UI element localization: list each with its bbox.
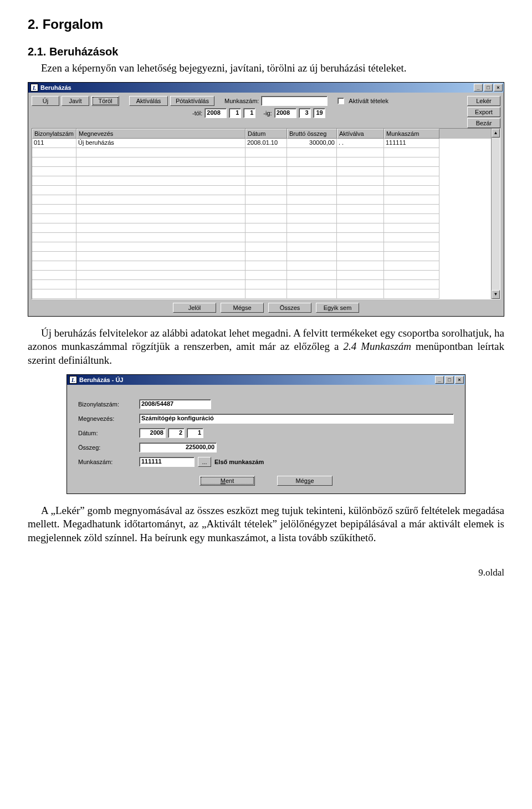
from-day-input[interactable]: 1: [243, 108, 255, 118]
window-beruhazas: L Beruházás _ □ × Új Javít Töröl Aktívál…: [28, 82, 504, 317]
table-row[interactable]: [32, 271, 491, 280]
table-row[interactable]: [32, 214, 491, 223]
cell-mun: 111111: [384, 139, 439, 148]
cancel-button[interactable]: Mégse: [277, 476, 332, 486]
bizonylatszam-input[interactable]: 2008/54487: [139, 399, 211, 409]
to-month-input[interactable]: 3: [299, 108, 311, 118]
to-year-input[interactable]: 2008: [274, 108, 296, 118]
table-row[interactable]: 011 Új beruházás 2008.01.10 30000,00 . .…: [32, 139, 491, 148]
final-paragraph: A „Lekér” gomb megnyomásával az összes e…: [28, 504, 504, 545]
edit-button[interactable]: Javít: [62, 96, 89, 106]
query-button[interactable]: Lekér: [467, 96, 500, 106]
cancel-mark-button[interactable]: Mégse: [221, 303, 264, 313]
vertical-scrollbar[interactable]: ▲ ▼: [491, 129, 500, 299]
close-window-button[interactable]: Bezár: [467, 118, 500, 128]
date-month-input[interactable]: 2: [168, 428, 185, 438]
table-row[interactable]: [32, 148, 491, 157]
browse-button[interactable]: ...: [198, 457, 211, 467]
date-day-input[interactable]: 1: [187, 428, 203, 438]
from-month-input[interactable]: 1: [229, 108, 241, 118]
mark-button[interactable]: Jelöl: [173, 303, 216, 313]
table-row[interactable]: [32, 252, 491, 261]
table-row[interactable]: [32, 261, 491, 271]
osszeg-label: Összeg:: [78, 444, 139, 451]
bizonylatszam-label: Bizonylatszám:: [78, 401, 139, 408]
munkaszam-label: Munkaszám:: [78, 459, 139, 465]
to-label: -ig:: [263, 110, 272, 116]
worknumber-input[interactable]: [261, 96, 328, 106]
activate-button[interactable]: Aktíválás: [129, 96, 168, 106]
table-row[interactable]: [32, 289, 491, 299]
munkaszam-name: Első munkaszám: [214, 459, 264, 465]
munkaszam-code-input[interactable]: 111111: [139, 457, 195, 467]
megnevezes-input[interactable]: Számítógép konfiguráció: [139, 414, 454, 424]
col-munkaszam[interactable]: Munkaszám: [384, 129, 439, 139]
table-row[interactable]: [32, 233, 491, 242]
save-button[interactable]: Ment: [200, 476, 255, 486]
to-day-input[interactable]: 19: [313, 108, 325, 118]
window-beruhazas-uj: L Beruházás - ÚJ _ □ × Bizonylatszám: 20…: [66, 374, 466, 494]
cell-biz: 011: [32, 139, 76, 148]
post-activate-button[interactable]: Pótaktíválás: [170, 96, 214, 106]
from-label: -tól:: [192, 110, 202, 116]
all-button[interactable]: Összes: [268, 303, 311, 313]
none-button[interactable]: Egyik sem: [316, 303, 359, 313]
page-number: 9.oldal: [28, 567, 504, 578]
table-row[interactable]: [32, 280, 491, 289]
window-title: Beruházás - ÚJ: [79, 376, 123, 383]
table-row[interactable]: [32, 242, 491, 252]
scroll-up-icon[interactable]: ▲: [492, 129, 500, 138]
maximize-button[interactable]: □: [445, 376, 454, 384]
col-bizonylatszam[interactable]: Bizonylatszám: [32, 129, 76, 139]
table-row[interactable]: [32, 157, 491, 167]
col-datum[interactable]: Dátum: [245, 129, 287, 139]
export-button[interactable]: Export: [467, 107, 500, 117]
title-bar: L Beruházás _ □ ×: [28, 83, 504, 93]
minimize-button[interactable]: _: [474, 84, 483, 91]
results-table: Bizonylatszám Megnevezés Dátum Bruttó ös…: [32, 128, 500, 299]
from-year-input[interactable]: 2008: [204, 108, 227, 118]
title-bar: L Beruházás - ÚJ _ □ ×: [67, 375, 465, 385]
intro-paragraph: Ezen a képernyőn van lehetőség bejegyezn…: [28, 62, 504, 75]
window-title: Beruházás: [40, 84, 71, 91]
datum-label: Dátum:: [78, 430, 139, 436]
app-icon: L: [69, 376, 77, 384]
table-row[interactable]: [32, 176, 491, 186]
col-megnevezes[interactable]: Megnevezés: [76, 129, 245, 139]
table-row[interactable]: [32, 223, 491, 233]
osszeg-input[interactable]: 225000,00: [139, 442, 217, 452]
activated-label: Aktívált tételek: [349, 98, 388, 104]
table-row[interactable]: [32, 167, 491, 176]
activated-checkbox[interactable]: [337, 98, 344, 104]
megnevezes-label: Megnevezés:: [78, 415, 139, 422]
table-row[interactable]: [32, 205, 491, 214]
maximize-button[interactable]: □: [484, 84, 493, 91]
scroll-down-icon[interactable]: ▼: [492, 290, 500, 299]
section-heading: 2. Forgalom: [28, 17, 504, 32]
subsection-heading: 2.1. Beruházások: [28, 45, 504, 58]
close-button[interactable]: ×: [494, 84, 503, 91]
close-button[interactable]: ×: [455, 376, 464, 384]
cell-meg: Új beruházás: [76, 139, 245, 148]
col-brutto[interactable]: Bruttó összeg: [287, 129, 337, 139]
table-row[interactable]: [32, 195, 491, 205]
cell-akt: . .: [337, 139, 384, 148]
new-button[interactable]: Új: [32, 96, 59, 106]
cell-bru: 30000,00: [287, 139, 337, 148]
app-icon: L: [30, 84, 38, 91]
date-year-input[interactable]: 2008: [139, 428, 166, 438]
cell-dat: 2008.01.10: [245, 139, 287, 148]
delete-button[interactable]: Töröl: [91, 96, 119, 106]
worknumber-label: Munkaszám:: [224, 98, 259, 104]
minimize-button[interactable]: _: [435, 376, 444, 384]
middle-paragraph: Új beruházás felvitelekor az alábbi adat…: [28, 327, 504, 368]
table-row[interactable]: [32, 186, 491, 195]
col-aktivalva[interactable]: Aktíválva: [337, 129, 384, 139]
